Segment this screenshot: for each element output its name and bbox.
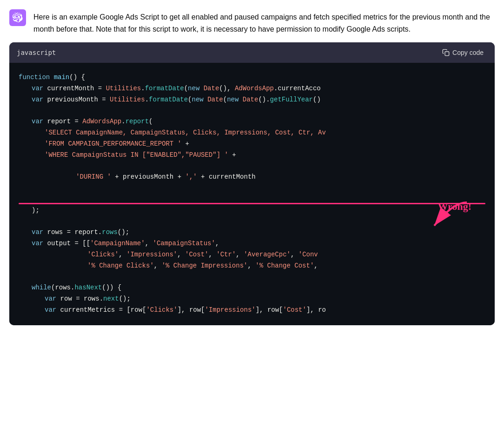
code-line-14: 'Clicks', 'Impressions', 'Cost', 'Ctr', …: [19, 249, 485, 261]
code-header: javascript Copy code: [9, 42, 495, 63]
openai-logo-icon: [13, 13, 23, 23]
code-line-13: var output = [['CampaignName', 'Campaign…: [19, 238, 485, 249]
code-line-15: '% Change Clicks', '% Change Impressions…: [19, 261, 485, 272]
chat-container: Here is an example Google Ads Script to …: [0, 0, 504, 335]
avatar: [9, 9, 26, 26]
svg-rect-0: [445, 52, 449, 56]
code-content: function main() { var currentMonth = Uti…: [9, 63, 495, 325]
code-line-11: [19, 216, 485, 228]
code-line-2: var currentMonth = Utilities.formatDate(…: [19, 83, 485, 94]
copy-code-label: Copy code: [452, 49, 484, 56]
code-line-18: var row = rows.next();: [19, 294, 485, 305]
code-line-4: [19, 106, 485, 117]
clipboard-icon: [442, 49, 450, 56]
code-line-3: var previousMonth = Utilities.formatDate…: [19, 94, 485, 106]
code-line-7: 'FROM CAMPAIGN_PERFORMANCE_REPORT ' +: [19, 139, 485, 150]
code-language-label: javascript: [17, 49, 56, 56]
message-header: Here is an example Google Ads Script to …: [0, 0, 504, 42]
code-line-5: var report = AdWordsApp.report(: [19, 116, 485, 127]
code-line-19: var currentMetrics = [row['Clicks'], row…: [19, 305, 485, 316]
wrong-label: Wrong!: [438, 198, 471, 215]
code-block-wrapper: javascript Copy code function main() { v…: [9, 42, 495, 325]
code-line-6: 'SELECT CampaignName, CampaignStatus, Cl…: [19, 127, 485, 139]
message-text: Here is an example Google Ads Script to …: [33, 9, 495, 35]
code-line-1: function main() {: [19, 72, 485, 83]
code-line-17: while(rows.hasNext()) {: [19, 282, 485, 294]
copy-code-button[interactable]: Copy code: [438, 47, 487, 58]
code-line-16: [19, 272, 485, 283]
code-line-8: 'WHERE CampaignStatus IN ["ENABLED","PAU…: [19, 150, 485, 161]
code-line-12: var rows = report.rows();: [19, 227, 485, 238]
